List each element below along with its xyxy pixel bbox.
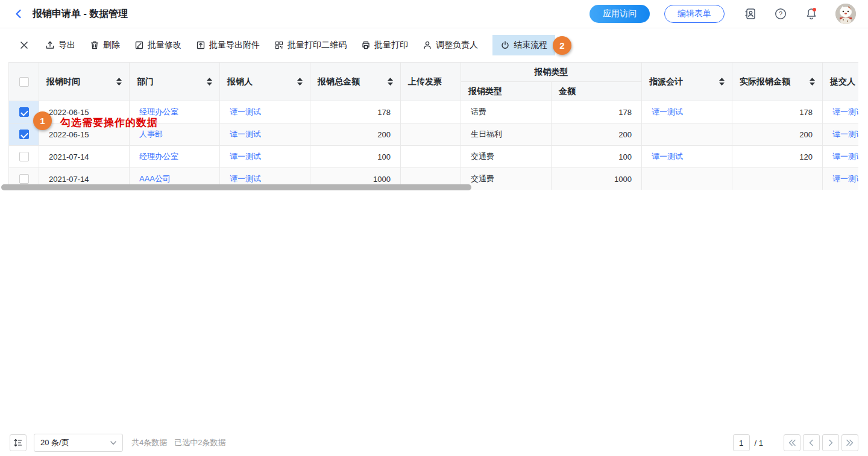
cell-invoice bbox=[401, 146, 461, 168]
col-header-person[interactable]: 报销人 bbox=[220, 63, 310, 101]
first-page-button[interactable] bbox=[784, 434, 800, 451]
avatar-cat-image bbox=[835, 4, 856, 24]
qrcode-icon bbox=[274, 40, 284, 50]
step-2-badge: 2 bbox=[553, 36, 571, 55]
cell-actual: 200 bbox=[732, 123, 823, 146]
person-icon bbox=[423, 40, 432, 50]
toolbar-item-label: 删除 bbox=[103, 40, 120, 51]
cell-actual: 178 bbox=[732, 101, 823, 123]
col-header-invoice: 上传发票 bbox=[401, 63, 461, 101]
person-link[interactable]: 谭一测试 bbox=[230, 130, 261, 139]
toolbar-batch-export-attachments-button[interactable]: 批量导出附件 bbox=[196, 40, 260, 51]
last-page-button[interactable] bbox=[841, 434, 858, 451]
toolbar-batch-edit-button[interactable]: 批量修改 bbox=[134, 40, 181, 51]
submitter-link[interactable]: 谭一测试 bbox=[832, 130, 858, 139]
col-header-total[interactable]: 报销总金额 bbox=[310, 63, 401, 101]
row-checkbox[interactable] bbox=[19, 107, 29, 117]
row-checkbox[interactable] bbox=[19, 130, 29, 139]
dept-link[interactable]: 经理办公室 bbox=[139, 107, 178, 116]
col-header-dept[interactable]: 部门 bbox=[130, 63, 220, 101]
accountant-link[interactable]: 谭一测试 bbox=[652, 152, 683, 161]
cell-submitter: 谭一测试 bbox=[823, 123, 859, 146]
export-icon bbox=[45, 40, 55, 50]
cell-total: 200 bbox=[310, 123, 401, 146]
edit-icon bbox=[134, 40, 144, 50]
contacts-button[interactable] bbox=[744, 7, 757, 20]
toolbar-batch-print-qrcode-button[interactable]: 批量打印二维码 bbox=[274, 40, 347, 51]
row-checkbox[interactable] bbox=[19, 174, 29, 184]
col-group-header-type: 报销类型 bbox=[461, 63, 642, 82]
toolbar-item-label: 调整负责人 bbox=[436, 40, 478, 51]
toolbar-item-label: 结束流程 bbox=[514, 40, 547, 51]
toolbar-end-process-button[interactable]: 结束流程 bbox=[492, 35, 555, 55]
help-button[interactable]: ? bbox=[774, 7, 787, 20]
cell-person: 谭一测试 bbox=[220, 146, 310, 168]
cell-actual bbox=[732, 168, 823, 190]
col-header-accountant[interactable]: 指派会计 bbox=[642, 63, 732, 101]
submitter-link[interactable]: 谭一测试 bbox=[832, 107, 858, 116]
chevron-down-icon bbox=[110, 441, 116, 445]
row-checkbox[interactable] bbox=[19, 152, 29, 161]
toolbar-item-label: 导出 bbox=[58, 40, 75, 51]
col-header-actual[interactable]: 实际报销金额 bbox=[732, 63, 823, 101]
row-height-button[interactable] bbox=[10, 434, 27, 451]
first-page-icon bbox=[788, 439, 796, 446]
toolbar-item-label: 批量打印 bbox=[374, 40, 408, 51]
cell-amount: 1000 bbox=[552, 168, 642, 190]
notification-icon bbox=[804, 7, 819, 21]
topbar: 报销申请单 - 数据管理 应用访问 编辑表单 ? bbox=[0, 0, 868, 28]
total-count-text: 共4条数据 bbox=[131, 437, 167, 448]
cell-person: 谭一测试 bbox=[220, 101, 310, 123]
row-checkbox-cell bbox=[9, 146, 39, 168]
cell-person: 谭一测试 bbox=[220, 123, 310, 146]
prev-page-icon bbox=[808, 439, 814, 446]
current-page-input[interactable]: 1 bbox=[733, 434, 750, 451]
next-page-icon bbox=[828, 439, 834, 446]
sort-icon[interactable] bbox=[116, 78, 122, 86]
cell-dept: 经理办公室 bbox=[130, 146, 220, 168]
cell-amount: 100 bbox=[552, 146, 642, 168]
close-selection-button[interactable] bbox=[20, 41, 28, 49]
svg-text:?: ? bbox=[779, 10, 782, 17]
export-attachment-icon bbox=[196, 40, 206, 50]
person-link[interactable]: 谭一测试 bbox=[230, 152, 261, 161]
col-header-submitter: 提交人 bbox=[823, 63, 859, 101]
sort-icon[interactable] bbox=[388, 78, 393, 86]
next-page-button[interactable] bbox=[822, 434, 839, 451]
trash-icon bbox=[90, 40, 99, 50]
prev-page-button[interactable] bbox=[803, 434, 820, 451]
dept-link[interactable]: 人事部 bbox=[139, 130, 163, 139]
page-size-select[interactable]: 20 条/页 bbox=[34, 434, 123, 452]
submitter-link[interactable]: 谭一测试 bbox=[832, 174, 858, 183]
cell-accountant bbox=[642, 168, 732, 190]
sort-icon[interactable] bbox=[297, 78, 303, 86]
edit-form-button[interactable]: 编辑表单 bbox=[664, 5, 725, 23]
sort-icon[interactable] bbox=[810, 78, 815, 86]
cell-accountant: 谭一测试 bbox=[642, 146, 732, 168]
toolbar-export-button[interactable]: 导出 bbox=[45, 40, 75, 51]
toolbar-batch-print-button[interactable]: 批量打印 bbox=[361, 40, 408, 51]
horizontal-scrollbar[interactable] bbox=[1, 184, 471, 190]
total-pages-text: / 1 bbox=[755, 439, 763, 448]
dept-link[interactable]: 经理办公室 bbox=[139, 152, 178, 161]
cell-submitter: 谭一测试 bbox=[823, 168, 859, 190]
person-link[interactable]: 谭一测试 bbox=[230, 107, 261, 116]
person-link[interactable]: 谭一测试 bbox=[230, 174, 261, 183]
toolbar-item-label: 批量修改 bbox=[148, 40, 181, 51]
sort-icon[interactable] bbox=[719, 78, 725, 86]
select-all-checkbox[interactable] bbox=[19, 77, 29, 87]
col-header-time[interactable]: 报销时间 bbox=[39, 63, 130, 101]
cell-actual: 120 bbox=[732, 146, 823, 168]
toolbar-adjust-owner-button[interactable]: 调整负责人 bbox=[423, 40, 478, 51]
dept-link[interactable]: AAA公司 bbox=[139, 174, 171, 183]
avatar[interactable] bbox=[835, 4, 856, 24]
submitter-link[interactable]: 谭一测试 bbox=[832, 152, 858, 161]
table-row: 2021-07-14 经理办公室 谭一测试 100 交通费 100 谭一测试 1… bbox=[9, 146, 859, 168]
sort-icon[interactable] bbox=[207, 78, 212, 86]
toolbar-delete-button[interactable]: 删除 bbox=[90, 40, 120, 51]
app-access-button[interactable]: 应用访问 bbox=[590, 5, 650, 23]
back-button[interactable] bbox=[13, 8, 24, 19]
step-1-badge: 1 bbox=[33, 111, 52, 130]
accountant-link[interactable]: 谭一测试 bbox=[652, 107, 683, 116]
notification-button[interactable] bbox=[804, 7, 819, 21]
